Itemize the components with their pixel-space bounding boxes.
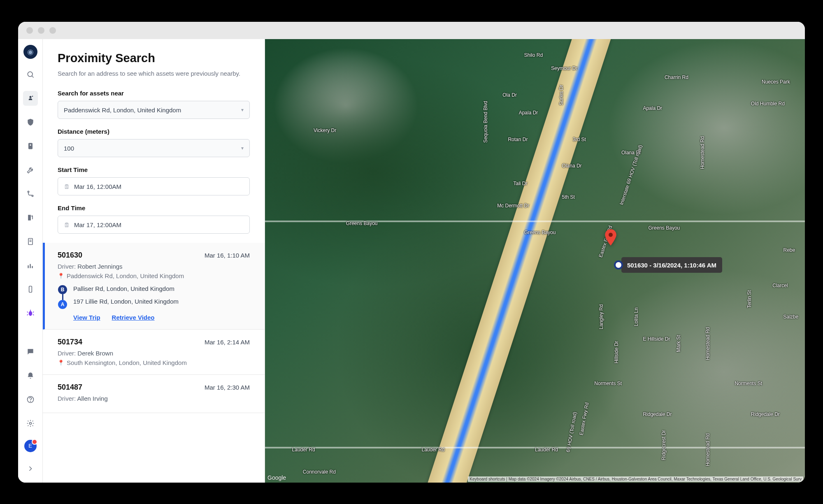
map-road-label: Homestead Rd (705, 433, 711, 466)
bell-icon[interactable] (23, 368, 38, 383)
asset-id: 501630 (58, 251, 82, 260)
start-time-value: Mar 16, 12:00AM (74, 183, 121, 190)
calendar-icon: 🗓 (64, 221, 70, 228)
map-road-label: Olana Dr (621, 150, 641, 156)
chat-icon[interactable] (23, 344, 38, 359)
pin-icon: 📍 (58, 360, 64, 366)
svg-point-24 (609, 233, 613, 237)
svg-rect-11 (28, 265, 29, 268)
driver-line: Driver: Allen Irving (58, 395, 250, 402)
window-titlebar (18, 22, 805, 39)
map-road-label: Apala Dr (519, 110, 538, 116)
route-icon[interactable] (23, 186, 38, 201)
gear-icon[interactable] (23, 416, 38, 431)
result-card[interactable]: 501630 Mar 16, 1:10 AM Driver: Robert Je… (43, 243, 265, 330)
proximity-icon[interactable] (23, 91, 38, 106)
distance-select[interactable]: 100 ▾ (58, 139, 250, 157)
route-pin-a: A (58, 300, 67, 309)
bug-icon[interactable] (23, 306, 38, 321)
map-road-label: Greens Bayou (649, 225, 680, 231)
map-road-label: Nueces Park (762, 79, 790, 85)
shield-icon[interactable] (23, 115, 38, 130)
end-time-input[interactable]: 🗓 Mar 17, 12:00AM (58, 216, 250, 234)
map-road-label: 5th St (562, 194, 575, 200)
location-line: 📍 South Kensington, London, United Kingd… (58, 359, 250, 366)
location-line: 📍 Paddenswick Rd, London, United Kingdom (58, 272, 250, 279)
result-card[interactable]: 501734 Mar 16, 2:14 AM Driver: Derek Bro… (43, 330, 265, 375)
asset-id: 501487 (58, 383, 82, 392)
svg-line-18 (33, 311, 34, 312)
end-time-value: Mar 17, 12:00AM (74, 221, 121, 228)
map-road-label: Norments St (594, 381, 622, 386)
map-road-label: Langley Rd (599, 304, 604, 330)
map-marker[interactable] (604, 229, 617, 247)
fuel-icon[interactable] (23, 210, 38, 225)
svg-line-17 (27, 311, 28, 312)
svg-point-15 (28, 311, 32, 316)
map-road-label: Apala Dr (643, 105, 662, 111)
map-road-label: Connorvale Rd (303, 469, 336, 475)
user-avatar[interactable]: E (24, 440, 37, 452)
document-icon[interactable] (23, 234, 38, 249)
expand-icon[interactable] (23, 461, 38, 476)
device-icon[interactable] (23, 282, 38, 297)
map-road-label: Clarcel (772, 283, 788, 288)
map-road-label: Interstate 69 HOV (Toll road) (619, 144, 644, 206)
asset-time: Mar 16, 2:14 AM (205, 339, 250, 346)
map-road-label: Ridgedale Dr (751, 411, 780, 417)
nav-sidebar: ◉ E (18, 39, 43, 483)
address-label: Search for assets near (58, 90, 250, 97)
wrench-icon[interactable] (23, 163, 38, 177)
traffic-minimize[interactable] (38, 27, 44, 34)
route-a-text: 197 Lillie Rd, London, United Kingdom (73, 298, 179, 305)
svg-point-3 (32, 95, 33, 97)
chevron-down-icon: ▾ (241, 145, 244, 151)
map-road-label: Eastex Fwy Rd (578, 402, 590, 436)
map-road-label: Salzbe (783, 314, 799, 320)
start-time-input[interactable]: 🗓 Mar 16, 12:00AM (58, 177, 250, 195)
map-road-label: Norments St (735, 381, 762, 386)
map-road-label: Rebe (783, 247, 795, 253)
driver-line: Driver: Derek Brown (58, 350, 250, 357)
svg-line-1 (32, 76, 33, 77)
map-tooltip: 501630 - 3/16/2024, 1:10:46 AM (621, 257, 722, 273)
road-line (265, 221, 805, 222)
search-panel: Proximity Search Search for an address t… (43, 39, 265, 483)
map-road-label: Mark St (676, 335, 681, 352)
address-select[interactable]: Paddenswick Rd, London, United Kingdom ▾ (58, 101, 250, 119)
map-road-label: Hillside Dr (614, 341, 619, 364)
google-badge: Google (267, 474, 286, 481)
app-body: ◉ E (18, 39, 805, 483)
map-road-label: Rotan Dr (508, 137, 528, 142)
result-card[interactable]: 501487 Mar 16, 2:30 AM Driver: Allen Irv… (43, 375, 265, 413)
road-line (265, 447, 805, 448)
app-logo[interactable]: ◉ (23, 45, 37, 59)
pin-icon: 📍 (58, 273, 64, 279)
badge-icon[interactable] (23, 139, 38, 153)
route-b-text: Palliser Rd, London, United Kingdom (73, 285, 179, 292)
page-subtitle: Search for an address to see which asset… (58, 69, 250, 79)
help-icon[interactable] (23, 392, 38, 407)
svg-line-19 (27, 314, 28, 315)
svg-point-0 (28, 72, 33, 77)
start-time-label: Start Time (58, 166, 250, 173)
svg-rect-4 (28, 143, 33, 149)
page-title: Proximity Search (58, 51, 250, 65)
svg-rect-13 (32, 266, 33, 268)
svg-point-5 (30, 144, 31, 145)
asset-time: Mar 16, 1:10 AM (205, 252, 250, 259)
map-road-label: Ridgecrest Dr (660, 430, 666, 460)
address-value: Paddenswick Rd, London, United Kingdom (64, 107, 181, 114)
distance-value: 100 (64, 145, 74, 152)
map-view[interactable]: Shilo RdSeymour DrCharrin RdNueces ParkO… (265, 39, 805, 483)
map-road-label: 69 HOV (Toll road) (565, 411, 578, 453)
traffic-close[interactable] (26, 27, 33, 34)
view-trip-link[interactable]: View Trip (73, 314, 100, 321)
retrieve-video-link[interactable]: Retrieve Video (112, 314, 155, 321)
map-road-label: Shilo Rd (524, 52, 543, 58)
svg-point-23 (29, 422, 31, 424)
chevron-down-icon: ▾ (241, 107, 244, 113)
traffic-maximize[interactable] (49, 27, 56, 34)
search-icon[interactable] (23, 67, 38, 82)
chart-icon[interactable] (23, 258, 38, 273)
